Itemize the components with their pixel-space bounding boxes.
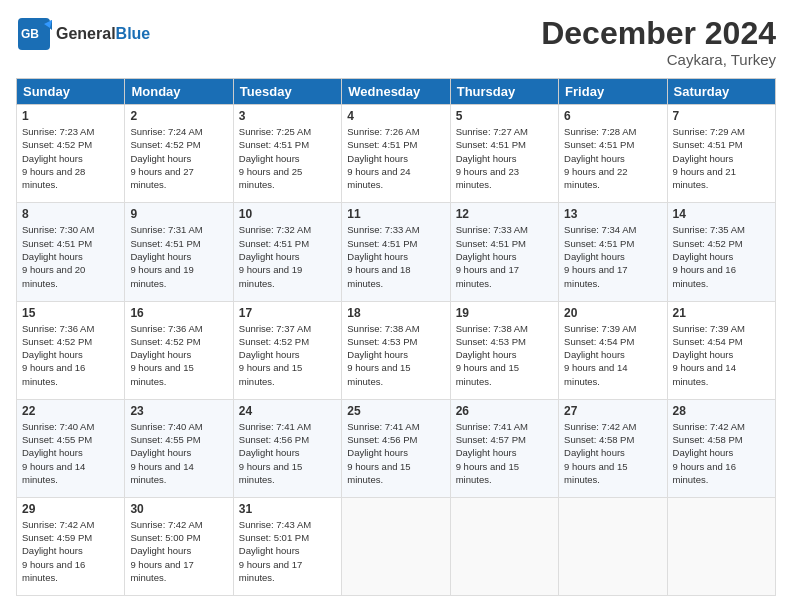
- calendar-cell: 15Sunrise: 7:36 AMSunset: 4:52 PMDayligh…: [17, 301, 125, 399]
- calendar-cell: 5Sunrise: 7:27 AMSunset: 4:51 PMDaylight…: [450, 105, 558, 203]
- day-number: 24: [239, 404, 336, 418]
- calendar-cell: 23Sunrise: 7:40 AMSunset: 4:55 PMDayligh…: [125, 399, 233, 497]
- day-number: 6: [564, 109, 661, 123]
- day-info: Sunrise: 7:32 AMSunset: 4:51 PMDaylight …: [239, 223, 336, 289]
- header: GB GeneralBlue December 2024 Caykara, Tu…: [16, 16, 776, 68]
- day-header-monday: Monday: [125, 79, 233, 105]
- calendar-week-2: 8Sunrise: 7:30 AMSunset: 4:51 PMDaylight…: [17, 203, 776, 301]
- calendar-cell: 21Sunrise: 7:39 AMSunset: 4:54 PMDayligh…: [667, 301, 775, 399]
- day-info: Sunrise: 7:25 AMSunset: 4:51 PMDaylight …: [239, 125, 336, 191]
- day-number: 20: [564, 306, 661, 320]
- calendar-cell: 9Sunrise: 7:31 AMSunset: 4:51 PMDaylight…: [125, 203, 233, 301]
- day-header-tuesday: Tuesday: [233, 79, 341, 105]
- day-info: Sunrise: 7:28 AMSunset: 4:51 PMDaylight …: [564, 125, 661, 191]
- day-number: 15: [22, 306, 119, 320]
- calendar-table: SundayMondayTuesdayWednesdayThursdayFrid…: [16, 78, 776, 596]
- calendar-cell: 12Sunrise: 7:33 AMSunset: 4:51 PMDayligh…: [450, 203, 558, 301]
- logo-icon: GB: [16, 16, 52, 52]
- day-number: 5: [456, 109, 553, 123]
- day-number: 4: [347, 109, 444, 123]
- day-header-thursday: Thursday: [450, 79, 558, 105]
- day-info: Sunrise: 7:42 AMSunset: 5:00 PMDaylight …: [130, 518, 227, 584]
- day-number: 25: [347, 404, 444, 418]
- day-number: 14: [673, 207, 770, 221]
- day-number: 27: [564, 404, 661, 418]
- day-info: Sunrise: 7:34 AMSunset: 4:51 PMDaylight …: [564, 223, 661, 289]
- day-number: 12: [456, 207, 553, 221]
- day-number: 7: [673, 109, 770, 123]
- calendar-week-5: 29Sunrise: 7:42 AMSunset: 4:59 PMDayligh…: [17, 497, 776, 595]
- day-number: 11: [347, 207, 444, 221]
- calendar-cell: 8Sunrise: 7:30 AMSunset: 4:51 PMDaylight…: [17, 203, 125, 301]
- day-number: 9: [130, 207, 227, 221]
- day-info: Sunrise: 7:33 AMSunset: 4:51 PMDaylight …: [456, 223, 553, 289]
- logo-general: General: [56, 25, 116, 42]
- day-number: 30: [130, 502, 227, 516]
- day-info: Sunrise: 7:39 AMSunset: 4:54 PMDaylight …: [564, 322, 661, 388]
- calendar-cell: 11Sunrise: 7:33 AMSunset: 4:51 PMDayligh…: [342, 203, 450, 301]
- day-number: 1: [22, 109, 119, 123]
- day-number: 19: [456, 306, 553, 320]
- day-number: 10: [239, 207, 336, 221]
- day-header-friday: Friday: [559, 79, 667, 105]
- day-number: 26: [456, 404, 553, 418]
- day-number: 21: [673, 306, 770, 320]
- calendar-cell: 13Sunrise: 7:34 AMSunset: 4:51 PMDayligh…: [559, 203, 667, 301]
- calendar-cell: 31Sunrise: 7:43 AMSunset: 5:01 PMDayligh…: [233, 497, 341, 595]
- day-info: Sunrise: 7:42 AMSunset: 4:59 PMDaylight …: [22, 518, 119, 584]
- calendar-cell: 7Sunrise: 7:29 AMSunset: 4:51 PMDaylight…: [667, 105, 775, 203]
- calendar-cell: 1Sunrise: 7:23 AMSunset: 4:52 PMDaylight…: [17, 105, 125, 203]
- day-info: Sunrise: 7:38 AMSunset: 4:53 PMDaylight …: [347, 322, 444, 388]
- day-info: Sunrise: 7:43 AMSunset: 5:01 PMDaylight …: [239, 518, 336, 584]
- calendar-cell: 4Sunrise: 7:26 AMSunset: 4:51 PMDaylight…: [342, 105, 450, 203]
- calendar-cell: 28Sunrise: 7:42 AMSunset: 4:58 PMDayligh…: [667, 399, 775, 497]
- calendar-cell: 17Sunrise: 7:37 AMSunset: 4:52 PMDayligh…: [233, 301, 341, 399]
- day-number: 22: [22, 404, 119, 418]
- calendar-cell: [559, 497, 667, 595]
- day-info: Sunrise: 7:41 AMSunset: 4:56 PMDaylight …: [239, 420, 336, 486]
- day-info: Sunrise: 7:39 AMSunset: 4:54 PMDaylight …: [673, 322, 770, 388]
- day-number: 2: [130, 109, 227, 123]
- day-info: Sunrise: 7:40 AMSunset: 4:55 PMDaylight …: [130, 420, 227, 486]
- day-header-saturday: Saturday: [667, 79, 775, 105]
- calendar-cell: 22Sunrise: 7:40 AMSunset: 4:55 PMDayligh…: [17, 399, 125, 497]
- day-number: 28: [673, 404, 770, 418]
- logo-blue: Blue: [116, 25, 151, 42]
- day-info: Sunrise: 7:27 AMSunset: 4:51 PMDaylight …: [456, 125, 553, 191]
- day-info: Sunrise: 7:35 AMSunset: 4:52 PMDaylight …: [673, 223, 770, 289]
- calendar-subtitle: Caykara, Turkey: [541, 51, 776, 68]
- day-number: 17: [239, 306, 336, 320]
- day-number: 13: [564, 207, 661, 221]
- day-number: 29: [22, 502, 119, 516]
- calendar-week-1: 1Sunrise: 7:23 AMSunset: 4:52 PMDaylight…: [17, 105, 776, 203]
- day-header-wednesday: Wednesday: [342, 79, 450, 105]
- calendar-cell: 10Sunrise: 7:32 AMSunset: 4:51 PMDayligh…: [233, 203, 341, 301]
- page: GB GeneralBlue December 2024 Caykara, Tu…: [0, 0, 792, 612]
- day-number: 16: [130, 306, 227, 320]
- day-info: Sunrise: 7:38 AMSunset: 4:53 PMDaylight …: [456, 322, 553, 388]
- day-info: Sunrise: 7:36 AMSunset: 4:52 PMDaylight …: [22, 322, 119, 388]
- day-info: Sunrise: 7:26 AMSunset: 4:51 PMDaylight …: [347, 125, 444, 191]
- calendar-cell: [450, 497, 558, 595]
- calendar-week-3: 15Sunrise: 7:36 AMSunset: 4:52 PMDayligh…: [17, 301, 776, 399]
- day-info: Sunrise: 7:41 AMSunset: 4:56 PMDaylight …: [347, 420, 444, 486]
- day-number: 8: [22, 207, 119, 221]
- calendar-cell: 24Sunrise: 7:41 AMSunset: 4:56 PMDayligh…: [233, 399, 341, 497]
- day-info: Sunrise: 7:29 AMSunset: 4:51 PMDaylight …: [673, 125, 770, 191]
- calendar-cell: 27Sunrise: 7:42 AMSunset: 4:58 PMDayligh…: [559, 399, 667, 497]
- calendar-cell: [342, 497, 450, 595]
- title-block: December 2024 Caykara, Turkey: [541, 16, 776, 68]
- day-number: 31: [239, 502, 336, 516]
- calendar-cell: 26Sunrise: 7:41 AMSunset: 4:57 PMDayligh…: [450, 399, 558, 497]
- calendar-cell: 2Sunrise: 7:24 AMSunset: 4:52 PMDaylight…: [125, 105, 233, 203]
- day-info: Sunrise: 7:42 AMSunset: 4:58 PMDaylight …: [673, 420, 770, 486]
- day-info: Sunrise: 7:23 AMSunset: 4:52 PMDaylight …: [22, 125, 119, 191]
- day-info: Sunrise: 7:40 AMSunset: 4:55 PMDaylight …: [22, 420, 119, 486]
- day-number: 18: [347, 306, 444, 320]
- calendar-cell: 19Sunrise: 7:38 AMSunset: 4:53 PMDayligh…: [450, 301, 558, 399]
- calendar-cell: 16Sunrise: 7:36 AMSunset: 4:52 PMDayligh…: [125, 301, 233, 399]
- calendar-cell: 18Sunrise: 7:38 AMSunset: 4:53 PMDayligh…: [342, 301, 450, 399]
- day-info: Sunrise: 7:31 AMSunset: 4:51 PMDaylight …: [130, 223, 227, 289]
- day-info: Sunrise: 7:33 AMSunset: 4:51 PMDaylight …: [347, 223, 444, 289]
- logo: GB GeneralBlue: [16, 16, 150, 52]
